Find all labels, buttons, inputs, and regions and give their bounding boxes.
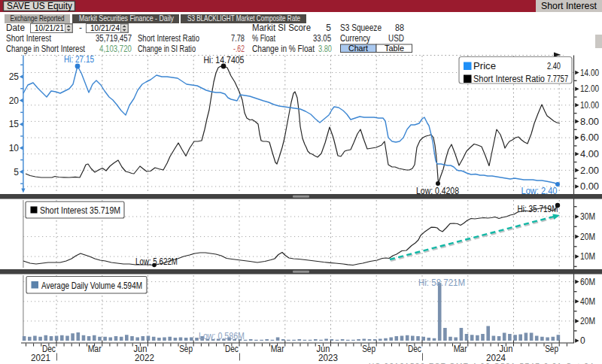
- svg-text:Change in % Float: Change in % Float: [252, 44, 315, 54]
- svg-text:Price: Price: [473, 61, 496, 71]
- svg-text:0: 0: [580, 335, 585, 346]
- svg-text:Short Interest: Short Interest: [541, 1, 597, 11]
- svg-text:14.00: 14.00: [580, 68, 599, 78]
- svg-text:0.00: 0.00: [580, 181, 599, 192]
- svg-text:Short Interest: Short Interest: [6, 33, 52, 44]
- svg-text:Mar: Mar: [88, 344, 102, 354]
- svg-text:Hi: 14.7405: Hi: 14.7405: [204, 55, 245, 65]
- svg-text:Low: 2.40: Low: 2.40: [521, 186, 558, 196]
- svg-text:Sep: Sep: [545, 344, 558, 354]
- svg-text:Dec: Dec: [408, 344, 421, 354]
- svg-text:Short Interest Ratio: Short Interest Ratio: [138, 33, 199, 44]
- svg-text:Sep: Sep: [362, 344, 375, 354]
- svg-text:Dec: Dec: [225, 344, 239, 354]
- svg-text:Short Interest Ratio: Short Interest Ratio: [473, 74, 545, 84]
- svg-text:25: 25: [9, 71, 20, 82]
- svg-text:Sep: Sep: [179, 344, 193, 354]
- svg-text:20: 20: [9, 96, 20, 106]
- svg-text:6.00: 6.00: [580, 132, 599, 143]
- svg-text:Mar: Mar: [271, 344, 284, 354]
- svg-text:3.80: 3.80: [318, 44, 332, 54]
- svg-text:USD: USD: [388, 33, 404, 44]
- svg-text:5: 5: [14, 167, 19, 177]
- svg-text:20M: 20M: [580, 316, 595, 326]
- svg-text:% Float: % Float: [252, 33, 276, 44]
- svg-text:40M: 40M: [580, 296, 595, 307]
- svg-text:Date: Date: [6, 23, 25, 33]
- svg-text:2.00: 2.00: [580, 165, 599, 176]
- svg-text:10/21/24: 10/21/24: [90, 23, 120, 32]
- svg-text:7.78: 7.78: [231, 33, 245, 44]
- svg-text:SAVE US Equity: SAVE US Equity: [7, 0, 72, 11]
- svg-text:60M: 60M: [580, 277, 595, 287]
- svg-text:15: 15: [9, 119, 20, 129]
- svg-text:20M: 20M: [580, 232, 595, 242]
- svg-text:Hi: 35.719M: Hi: 35.719M: [518, 204, 558, 214]
- svg-text:2.40: 2.40: [547, 61, 561, 71]
- svg-text:2023: 2023: [318, 353, 338, 363]
- svg-text:Table: Table: [385, 44, 404, 53]
- svg-text:10/21/21: 10/21/21: [35, 23, 64, 32]
- svg-text:Short Interest 35.719M: Short Interest 35.719M: [40, 205, 120, 216]
- svg-text:7.7757: 7.7757: [547, 74, 568, 84]
- svg-text:10M: 10M: [580, 251, 595, 262]
- svg-text:Markit SI Score: Markit SI Score: [252, 23, 311, 33]
- svg-text:12.00: 12.00: [580, 83, 599, 94]
- svg-text:Low: 0.586M: Low: 0.586M: [199, 331, 245, 341]
- svg-text:30M: 30M: [580, 211, 595, 222]
- svg-text:10: 10: [9, 143, 20, 153]
- svg-text:Low: 0.4208: Low: 0.4208: [416, 186, 459, 196]
- svg-text:88: 88: [395, 23, 404, 33]
- svg-text:Markit Securities Finance - Da: Markit Securities Finance - Daily: [79, 14, 175, 23]
- svg-text:2021: 2021: [31, 353, 50, 363]
- svg-text:Change in Short Interest: Change in Short Interest: [6, 44, 86, 54]
- svg-text:-: -: [79, 23, 82, 33]
- svg-text:Change in SI Ratio: Change in SI Ratio: [138, 44, 196, 54]
- svg-text:4.00: 4.00: [580, 149, 599, 159]
- svg-text:Average Daily Volume 4.594M: Average Daily Volume 4.594M: [41, 281, 142, 291]
- svg-text:33.05: 33.05: [313, 33, 331, 44]
- svg-text:Hi: 27.15: Hi: 27.15: [64, 54, 94, 65]
- svg-text:4,103,720: 4,103,720: [99, 44, 132, 54]
- svg-text:2022: 2022: [135, 353, 154, 363]
- svg-text:5: 5: [326, 23, 331, 33]
- svg-text:S3 Squeeze: S3 Squeeze: [340, 23, 382, 33]
- svg-text:S3 BLACKLIGHT Market Composite: S3 BLACKLIGHT Market Composite Rate: [187, 14, 300, 23]
- svg-text:Hi: 58.721M: Hi: 58.721M: [418, 278, 465, 288]
- svg-text:Low: 5.622M: Low: 5.622M: [135, 256, 178, 267]
- svg-text:-.62: -.62: [233, 44, 245, 54]
- svg-text:10.00: 10.00: [580, 100, 599, 111]
- svg-text:Chart: Chart: [348, 44, 368, 53]
- svg-text:35,719,457: 35,719,457: [96, 33, 132, 44]
- svg-text:8.00: 8.00: [580, 117, 599, 127]
- svg-text:Exchange Reported: Exchange Reported: [11, 14, 65, 23]
- svg-text:Mar: Mar: [454, 344, 467, 354]
- svg-text:Currency: Currency: [340, 33, 370, 44]
